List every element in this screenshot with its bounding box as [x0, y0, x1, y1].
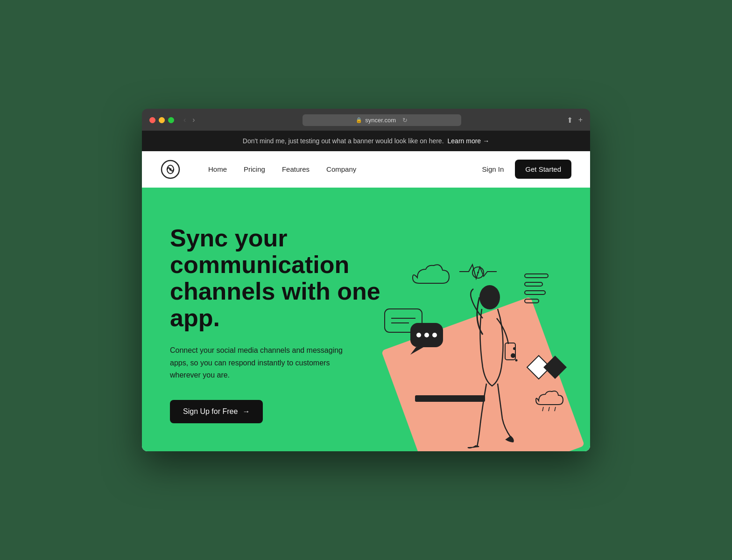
- banner-learn-more-link[interactable]: Learn more →: [448, 137, 490, 145]
- navbar: Home Pricing Features Company Sign In Ge…: [142, 151, 590, 188]
- svg-rect-9: [525, 299, 539, 303]
- announcement-banner: Don't mind me, just testing out what a b…: [142, 131, 590, 151]
- traffic-lights: [149, 117, 174, 123]
- svg-point-17: [432, 333, 437, 337]
- svg-rect-7: [525, 282, 542, 286]
- address-bar[interactable]: 🔒 syncer.com ↻: [303, 114, 461, 126]
- nav-actions: Sign In Get Started: [482, 160, 571, 179]
- svg-line-26: [542, 407, 543, 411]
- nav-features[interactable]: Features: [282, 165, 310, 173]
- hero-subtitle: Connect your social media channels and m…: [170, 344, 343, 381]
- svg-point-21: [513, 347, 516, 350]
- nav-pricing[interactable]: Pricing: [244, 165, 265, 173]
- share-icon[interactable]: ⬆: [567, 116, 573, 125]
- maximize-button[interactable]: [168, 117, 174, 123]
- reload-icon[interactable]: ↻: [402, 117, 408, 124]
- nav-links: Home Pricing Features Company: [208, 165, 482, 173]
- svg-point-2: [169, 168, 172, 170]
- browser-window: ‹ › 🔒 syncer.com ↻ ⬆ + Don't mind me, ju…: [142, 109, 590, 452]
- forward-arrow[interactable]: ›: [190, 115, 197, 125]
- sign-in-button[interactable]: Sign In: [482, 165, 504, 173]
- back-arrow[interactable]: ‹: [182, 115, 188, 125]
- close-button[interactable]: [149, 117, 155, 123]
- nav-home[interactable]: Home: [208, 165, 227, 173]
- new-tab-icon[interactable]: +: [578, 116, 583, 125]
- hero-section: Sync your communication channels with on…: [142, 188, 590, 452]
- svg-rect-23: [415, 395, 485, 402]
- svg-point-18: [479, 285, 500, 309]
- lock-icon: 🔒: [356, 117, 362, 123]
- svg-rect-6: [525, 274, 548, 278]
- logo-icon: [161, 160, 180, 179]
- get-started-button[interactable]: Get Started: [515, 160, 571, 179]
- svg-point-22: [515, 359, 518, 362]
- browser-actions: ⬆ +: [567, 116, 583, 125]
- website-content: Home Pricing Features Company Sign In Ge…: [142, 151, 590, 452]
- hero-content: Sync your communication channels with on…: [170, 216, 413, 452]
- nav-company[interactable]: Company: [326, 165, 356, 173]
- browser-chrome: ‹ › 🔒 syncer.com ↻ ⬆ +: [142, 109, 590, 131]
- svg-line-28: [555, 407, 556, 411]
- minimize-button[interactable]: [159, 117, 165, 123]
- svg-point-20: [511, 353, 515, 358]
- hero-title: Sync your communication channels with on…: [170, 225, 413, 332]
- signup-button[interactable]: Sign Up for Free →: [170, 400, 263, 423]
- svg-point-16: [424, 333, 429, 337]
- svg-rect-8: [525, 291, 545, 294]
- svg-point-15: [416, 333, 421, 337]
- svg-line-27: [549, 407, 549, 411]
- svg-marker-25: [543, 356, 567, 379]
- banner-text: Don't mind me, just testing out what a b…: [243, 137, 444, 145]
- nav-arrows: ‹ ›: [182, 115, 197, 125]
- url-text: syncer.com: [365, 117, 396, 124]
- logo[interactable]: [161, 160, 180, 179]
